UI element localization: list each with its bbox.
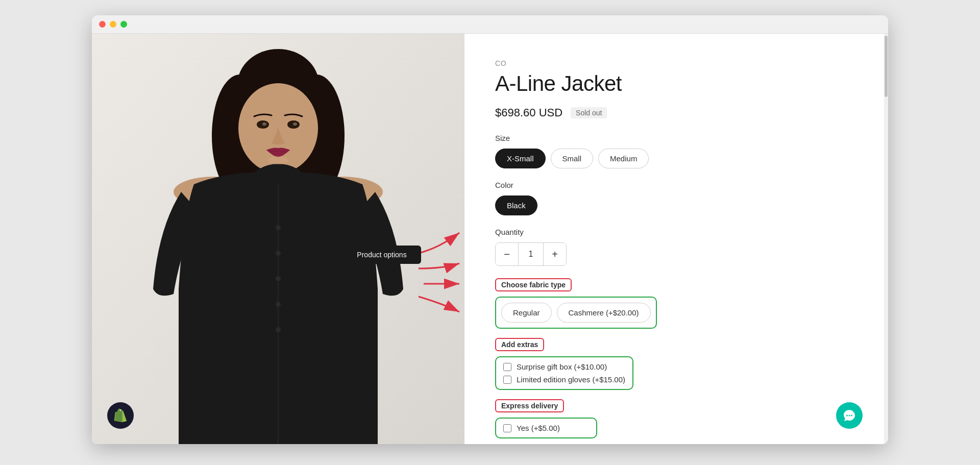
svg-point-19	[293, 123, 297, 126]
svg-point-25	[846, 415, 848, 417]
fabric-type-section: Choose fabric type Regular Cashmere (+$2…	[495, 278, 857, 329]
svg-point-26	[849, 415, 850, 417]
quantity-plus-button[interactable]: +	[544, 243, 566, 265]
quantity-section: Quantity − 1 +	[495, 228, 857, 266]
page-content: Product options CO A-Line Jacket $698.60…	[92, 34, 888, 444]
extras-item-1[interactable]: Surprise gift box (+$10.00)	[503, 362, 625, 371]
size-medium-button[interactable]: Medium	[598, 149, 649, 168]
extras-item-2[interactable]: Limited edition gloves (+$15.00)	[503, 375, 625, 384]
minimize-button[interactable]	[110, 21, 116, 28]
fabric-regular-button[interactable]: Regular	[501, 303, 552, 323]
express-delivery-checkbox[interactable]	[503, 424, 511, 432]
svg-point-18	[262, 123, 266, 126]
fabric-type-label: Choose fabric type	[495, 278, 572, 291]
svg-point-20	[268, 156, 288, 164]
product-title: A-Line Jacket	[495, 71, 857, 96]
size-label: Size	[495, 134, 857, 142]
quantity-label: Quantity	[495, 228, 857, 236]
chat-icon	[843, 409, 856, 422]
extras-item-2-label: Limited edition gloves (+$15.00)	[517, 375, 625, 384]
quantity-control: − 1 +	[495, 242, 567, 266]
sold-out-badge: Sold out	[571, 107, 607, 118]
extras-item-1-label: Surprise gift box (+$10.00)	[517, 362, 607, 371]
scrollbar-thumb[interactable]	[885, 36, 888, 97]
extras-options: Surprise gift box (+$10.00) Limited edit…	[495, 356, 633, 390]
chat-widget[interactable]	[836, 402, 863, 429]
extras-label: Add extras	[495, 338, 544, 351]
size-small-button[interactable]: Small	[551, 149, 594, 168]
product-image-section: Product options	[92, 34, 464, 444]
express-delivery-item-1[interactable]: Yes (+$5.00)	[503, 424, 560, 432]
shopify-badge[interactable]	[107, 402, 134, 429]
express-delivery-section: Express delivery Yes (+$5.00)	[495, 399, 857, 438]
maximize-button[interactable]	[120, 21, 127, 28]
color-black-button[interactable]: Black	[495, 195, 537, 215]
fabric-type-options: Regular Cashmere (+$20.00)	[495, 297, 657, 329]
express-delivery-item-label: Yes (+$5.00)	[517, 424, 560, 432]
color-label: Color	[495, 181, 857, 189]
browser-window: Product options CO A-Line Jacket $698.60…	[92, 15, 888, 444]
scrollbar-track[interactable]	[884, 34, 888, 444]
close-button[interactable]	[99, 21, 106, 28]
size-xsmall-button[interactable]: X-Small	[495, 149, 546, 168]
shopify-icon	[113, 408, 128, 423]
product-image	[92, 34, 464, 444]
titlebar	[92, 15, 888, 34]
express-delivery-options: Yes (+$5.00)	[495, 418, 597, 438]
fabric-cashmere-button[interactable]: Cashmere (+$20.00)	[557, 303, 651, 323]
svg-point-27	[851, 415, 852, 417]
extras-checkbox-2[interactable]	[503, 376, 511, 384]
quantity-value: 1	[518, 243, 544, 265]
extras-section: Add extras Surprise gift box (+$10.00) L…	[495, 338, 857, 390]
color-buttons: Black	[495, 195, 857, 215]
size-buttons: X-Small Small Medium	[495, 149, 857, 168]
brand-tag: CO	[495, 59, 857, 67]
product-details: CO A-Line Jacket $698.60 USD Sold out Si…	[464, 34, 888, 444]
quantity-minus-button[interactable]: −	[496, 243, 518, 265]
express-delivery-label: Express delivery	[495, 399, 564, 412]
product-price: $698.60 USD	[495, 106, 562, 119]
price-row: $698.60 USD Sold out	[495, 106, 857, 119]
extras-checkbox-1[interactable]	[503, 363, 511, 371]
